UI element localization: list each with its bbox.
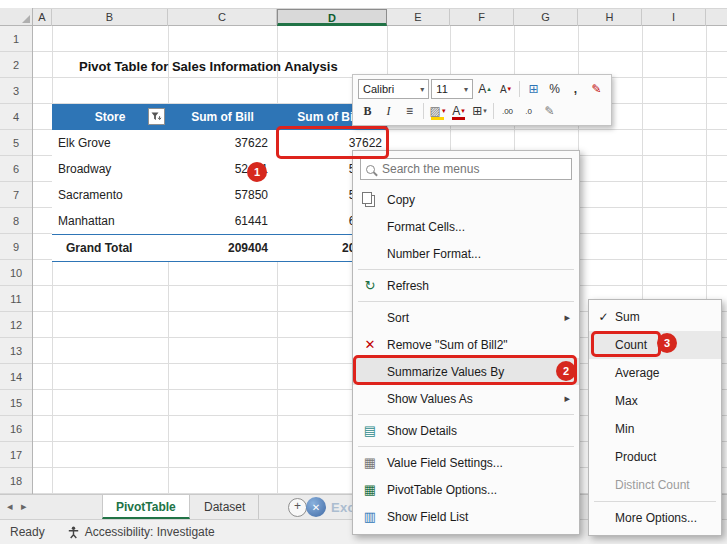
menu-search-input[interactable] (380, 161, 566, 177)
menu-separator (358, 446, 574, 447)
row-header-10[interactable]: 10 (0, 260, 32, 286)
row-header-14[interactable]: 14 (0, 364, 32, 390)
store-filter-icon[interactable] (148, 108, 165, 125)
italic-icon: I (387, 104, 391, 119)
submenu-item-average[interactable]: Average (589, 359, 721, 387)
row-header-5[interactable]: 5 (0, 130, 32, 156)
sheet-title[interactable]: Pivot Table for Sales Information Analys… (79, 59, 338, 74)
menu-item-summarize-values-by[interactable]: Summarize Values By ▸ (353, 358, 579, 385)
menu-item-format-cells[interactable]: Format Cells... (353, 213, 579, 240)
menu-item-value-field-settings[interactable]: ▦ Value Field Settings... (353, 449, 579, 476)
shrink-font-button[interactable]: A▾ (496, 80, 515, 99)
row-header-12[interactable]: 12 (0, 312, 32, 338)
cell-store[interactable]: Manhattan (52, 208, 168, 234)
submenu-item-more-options[interactable]: More Options... (589, 504, 721, 532)
column-header-F[interactable]: F (450, 9, 514, 26)
cell-store[interactable]: Sacramento (52, 182, 168, 208)
menu-item-pivottable-options[interactable]: ▦ PivotTable Options... (353, 476, 579, 503)
column-header-B[interactable]: B (52, 9, 168, 26)
grow-font-button[interactable]: A▴ (475, 80, 494, 99)
row-header-9[interactable]: 9 (0, 234, 32, 260)
tab-scroll-right-icon[interactable]: ▸ (21, 500, 27, 513)
font-color-button[interactable]: A ▾ (449, 102, 468, 121)
menu-item-number-format[interactable]: Number Format... (353, 240, 579, 267)
menu-item-show-values-as[interactable]: Show Values As ▸ (353, 385, 579, 412)
format-painter-button[interactable]: ✎ (587, 80, 606, 99)
comma-style-button[interactable]: , (566, 80, 585, 99)
toolbar-separator (519, 81, 520, 97)
submenu-item-min[interactable]: Min (589, 415, 721, 443)
submenu-item-sum[interactable]: ✓ Sum (589, 303, 721, 331)
row-header-17[interactable]: 17 (0, 442, 32, 468)
row-header-4[interactable]: 4 (0, 104, 32, 130)
column-header-C[interactable]: C (168, 9, 277, 26)
cell-grand-total-bill[interactable]: 209404 (168, 235, 277, 261)
column-header-A[interactable]: A (33, 9, 52, 26)
tab-scroll-left-icon[interactable]: ◂ (7, 500, 13, 513)
row-header-13[interactable]: 13 (0, 338, 32, 364)
bold-button[interactable]: B (358, 102, 377, 121)
row-header-7[interactable]: 7 (0, 182, 32, 208)
cell-bill[interactable]: 61441 (168, 208, 277, 234)
menu-search-box[interactable] (360, 158, 572, 180)
pivot-header-bill[interactable]: Sum of Bill (168, 104, 277, 130)
fill-color-button[interactable]: ▨ ▾ (428, 102, 447, 121)
align-center-button[interactable]: ≡ (400, 102, 419, 121)
cell-store[interactable]: Broadway (52, 156, 168, 182)
increase-decimal-button[interactable]: .00 (498, 102, 517, 121)
funnel-icon (151, 112, 162, 122)
row-header-1[interactable]: 1 (0, 26, 32, 52)
font-size-select[interactable]: 11 ▾ (431, 79, 473, 99)
bold-icon: B (363, 104, 371, 119)
menu-item-show-field-list[interactable]: ▥ Show Field List (353, 503, 579, 530)
cell-grand-total-label[interactable]: Grand Total (52, 235, 168, 261)
cell-bill[interactable]: 57850 (168, 182, 277, 208)
row-header-11[interactable]: 11 (0, 286, 32, 312)
tab-pivottable[interactable]: PivotTable (102, 495, 190, 519)
column-header-E[interactable]: E (387, 9, 450, 26)
submenu-item-product[interactable]: Product (589, 443, 721, 471)
cell-bill[interactable]: 37622 (168, 130, 277, 156)
mini-toolbar-row-2: B I ≡ ▨ ▾ A ▾ ⊞ ▾ .00 .0 ✎ (358, 100, 606, 122)
menu-item-sort[interactable]: Sort ▸ (353, 304, 579, 331)
format-painter-button[interactable]: ✎ (540, 102, 559, 121)
row-header-3[interactable]: 3 (0, 78, 32, 104)
column-header-I[interactable]: I (642, 9, 706, 26)
exceldemy-logo-icon: ✕ (306, 497, 326, 517)
accessibility-status[interactable]: Accessibility: Investigate (67, 525, 215, 539)
accessibility-icon (67, 526, 80, 539)
ready-status: Ready (10, 525, 45, 539)
row-header-6[interactable]: 6 (0, 156, 32, 182)
cell-store[interactable]: Elk Grove (52, 130, 168, 156)
decrease-decimal-icon: .0 (525, 107, 532, 116)
column-header-G[interactable]: G (514, 9, 578, 26)
menu-item-refresh[interactable]: ↻ Refresh (353, 272, 579, 299)
submenu-item-count[interactable]: Count (589, 331, 721, 359)
row-header-8[interactable]: 8 (0, 208, 32, 234)
select-all-corner[interactable] (0, 8, 33, 26)
submenu-item-max[interactable]: Max (589, 387, 721, 415)
row-header-15[interactable]: 15 (0, 390, 32, 416)
decrease-decimal-button[interactable]: .0 (519, 102, 538, 121)
menu-item-remove-sum-of-bill2[interactable]: ✕ Remove "Sum of Bill2" (353, 331, 579, 358)
row-header-2[interactable]: 2 (0, 52, 32, 78)
pivot-grand-total-row: Grand Total 209404 209404 (52, 234, 387, 262)
row-header-18[interactable]: 18 (0, 468, 32, 494)
submenu-arrow-icon: ▸ (564, 392, 570, 405)
tab-dataset[interactable]: Dataset (191, 495, 259, 519)
row-header-16[interactable]: 16 (0, 416, 32, 442)
font-name-select[interactable]: Calibri ▾ (358, 79, 429, 99)
pivot-header-store-label: Store (95, 104, 126, 130)
menu-item-show-details[interactable]: ▤ Show Details (353, 417, 579, 444)
percent-style-button[interactable]: % (545, 80, 564, 99)
italic-button[interactable]: I (379, 102, 398, 121)
column-header-D[interactable]: D (277, 9, 387, 26)
pivot-header-store[interactable]: Store (52, 104, 168, 130)
pivot-row: Sacramento 57850 57850 (52, 182, 387, 208)
add-sheet-button[interactable]: + (288, 498, 307, 517)
pivot-table: Store Sum of Bill Sum of Bill2 Elk Grove… (52, 104, 387, 262)
column-header-H[interactable]: H (578, 9, 642, 26)
merge-center-button[interactable]: ⊞ (524, 80, 543, 99)
menu-item-copy[interactable]: Copy (353, 186, 579, 213)
borders-button[interactable]: ⊞ ▾ (470, 102, 489, 121)
